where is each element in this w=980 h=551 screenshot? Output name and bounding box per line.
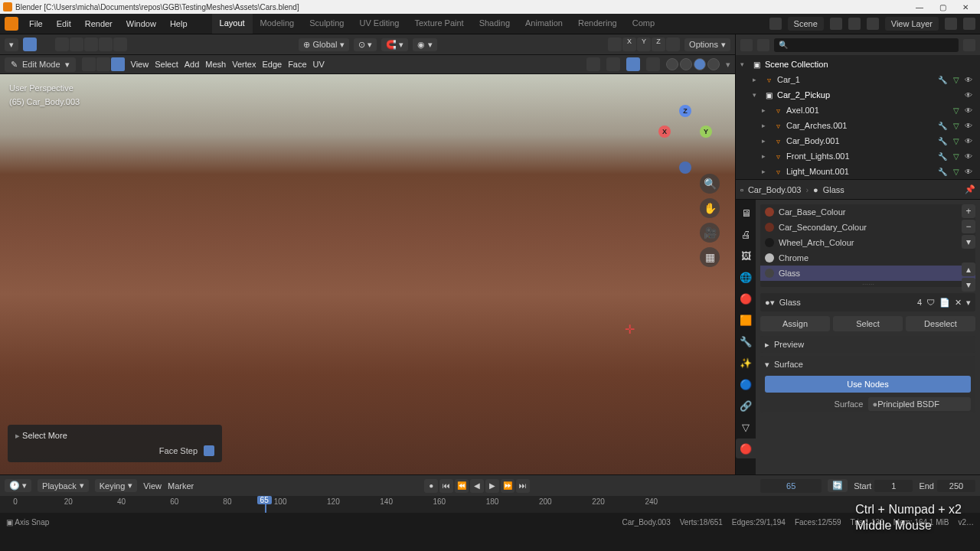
outliner-item[interactable]: ▸▿Axel.001▽👁	[736, 103, 980, 118]
menu-view[interactable]: View	[131, 60, 149, 69]
orientation-dropdown[interactable]: ⊕Global▾	[299, 38, 350, 51]
viewlayer-new-icon[interactable]	[945, 18, 957, 30]
gizmo-toggle-icon[interactable]	[626, 57, 640, 71]
outliner-editor-icon[interactable]	[740, 39, 753, 51]
select-tool-dropdown[interactable]: ▾	[5, 38, 18, 51]
blender-logo-icon[interactable]	[5, 17, 18, 31]
node-editor-icon[interactable]: ▾	[966, 298, 971, 308]
new-material-icon[interactable]: 📄	[939, 298, 950, 308]
material-slot[interactable]: Car_Secondary_Colour	[760, 220, 975, 235]
scene-dropdown[interactable]: Scene	[788, 17, 824, 31]
tab-scene-icon[interactable]: 🌐	[736, 267, 756, 287]
timeline-editor-icon[interactable]: 🕐 ▾	[5, 479, 31, 492]
mesh-options-dropdown[interactable]: Options ▾	[684, 38, 730, 51]
face-step-checkbox[interactable]	[204, 445, 214, 456]
play-reverse-icon[interactable]: ◀	[470, 479, 484, 493]
assign-button[interactable]: Assign	[760, 316, 830, 331]
select-mode-intersect-icon[interactable]	[113, 37, 127, 51]
redo-last-panel[interactable]: ▸ Select More Face Step	[8, 425, 222, 462]
material-slot[interactable]: Glass	[760, 266, 975, 281]
visibility-toggle-icon[interactable]: 👁	[965, 106, 975, 115]
tab-viewlayer-icon[interactable]: 🖼	[736, 246, 756, 266]
select-mode-new-icon[interactable]	[55, 37, 69, 51]
tab-object-icon[interactable]: 🟧	[736, 310, 756, 330]
end-frame-input[interactable]: 250	[937, 480, 975, 492]
tab-sculpting[interactable]: Sculpting	[302, 14, 351, 34]
menu-mesh[interactable]: Mesh	[205, 60, 226, 69]
pan-button-icon[interactable]: ✋	[700, 198, 720, 218]
fake-user-icon[interactable]: 🛡	[926, 298, 935, 307]
menu-vertex[interactable]: Vertex	[232, 60, 256, 69]
face-select-mode[interactable]	[111, 57, 125, 71]
tab-constraints-icon[interactable]: 🔗	[736, 396, 756, 416]
jump-start-icon[interactable]: ⏮	[439, 479, 453, 493]
menu-edit[interactable]: Edit	[51, 16, 77, 31]
scene-new-icon[interactable]	[830, 18, 842, 30]
visibility-toggle-icon[interactable]: 👁	[965, 76, 975, 84]
frame-sync-icon[interactable]: 🔄	[828, 479, 848, 492]
cursor-tool-icon[interactable]	[23, 37, 37, 51]
tab-rendering[interactable]: Rendering	[570, 14, 625, 34]
camera-view-icon[interactable]: 🎥	[700, 223, 720, 243]
maximize-button[interactable]: ▢	[931, 0, 954, 14]
axis-y-icon[interactable]: Y	[700, 126, 712, 138]
scene-browse-icon[interactable]	[769, 18, 782, 30]
outliner-filter-icon[interactable]	[963, 39, 975, 51]
mesh-display-icon[interactable]	[586, 57, 600, 71]
proportional-edit-toggle[interactable]: ◉ ▾	[413, 38, 436, 51]
play-forward-icon[interactable]: ▶	[485, 479, 499, 493]
tab-physics-icon[interactable]: 🔵	[736, 374, 756, 394]
mesh-automerge-icon[interactable]	[608, 37, 622, 51]
surface-shader-dropdown[interactable]: ● Principled BSDF	[868, 397, 972, 411]
visibility-toggle-icon[interactable]: 👁	[965, 152, 975, 161]
3d-viewport[interactable]: User Perspective (65) Car_Body.003 X Y Z…	[0, 74, 735, 474]
visibility-toggle-icon[interactable]: 👁	[965, 137, 975, 145]
jump-prev-key-icon[interactable]: ⏪	[455, 479, 469, 493]
axis-neg-z-icon[interactable]	[679, 161, 691, 174]
material-move-down-button[interactable]: ▾	[962, 278, 975, 292]
menu-face[interactable]: Face	[288, 60, 306, 69]
tab-compositing[interactable]: Comp	[625, 14, 662, 34]
xray-toggle-icon[interactable]	[646, 57, 660, 71]
tab-uv-editing[interactable]: UV Editing	[351, 14, 407, 34]
timeline-view-menu[interactable]: View	[143, 481, 162, 491]
outliner-item[interactable]: ▸▿Car_Body.001🔧▽👁	[736, 133, 980, 148]
material-add-button[interactable]: +	[962, 204, 975, 218]
tab-modifiers-icon[interactable]: 🔧	[736, 331, 756, 351]
tab-animation[interactable]: Animation	[518, 14, 570, 34]
use-nodes-button[interactable]: Use Nodes	[765, 376, 971, 393]
playback-dropdown[interactable]: Playback ▾	[38, 479, 89, 492]
shading-wireframe-icon[interactable]	[666, 58, 678, 70]
viewlayer-dropdown[interactable]: View Layer	[885, 17, 939, 31]
tab-shading[interactable]: Shading	[472, 14, 518, 34]
unlink-material-icon[interactable]: ✕	[955, 298, 962, 308]
material-remove-button[interactable]: −	[962, 220, 975, 233]
material-slot[interactable]: Wheel_Arch_Colour	[760, 235, 975, 250]
timeline-track[interactable]: 65 020406080100120140160180200220240	[0, 496, 980, 513]
outliner-item[interactable]: ▸▿Front_Lights.001🔧▽👁	[736, 148, 980, 164]
outliner-scene-collection[interactable]: ▾▣Scene Collection	[736, 57, 980, 72]
outliner-item[interactable]: ▾▣Car_2_Pickup👁	[736, 87, 980, 103]
outliner-tree[interactable]: ▾▣Scene Collection ▸▿Car_1🔧▽👁▾▣Car_2_Pic…	[736, 55, 980, 179]
menu-edge[interactable]: Edge	[262, 60, 282, 69]
jump-next-key-icon[interactable]: ⏩	[501, 479, 514, 493]
outliner-item[interactable]: ▸▿Car_1🔧▽👁	[736, 72, 980, 87]
select-mode-subtract-icon[interactable]	[84, 37, 98, 51]
viewlayer-browse-icon[interactable]	[867, 18, 879, 30]
material-slot-list[interactable]: Car_Base_ColourCar_Secondary_ColourWheel…	[760, 204, 975, 287]
snap-x-icon[interactable]: X	[622, 37, 636, 51]
scene-delete-icon[interactable]	[848, 18, 861, 30]
snap-z-icon[interactable]: Z	[652, 37, 665, 51]
tab-material-icon[interactable]: 🔴	[736, 439, 756, 458]
material-slot[interactable]: Chrome	[760, 250, 975, 266]
viewlayer-delete-icon[interactable]	[963, 18, 975, 30]
zoom-button-icon[interactable]: 🔍	[700, 174, 720, 194]
tab-output-icon[interactable]: 🖨	[736, 224, 756, 244]
mirror-icon[interactable]	[666, 37, 680, 51]
visibility-toggle-icon[interactable]: 👁	[965, 168, 975, 176]
material-move-up-button[interactable]: ▴	[962, 262, 975, 276]
snap-toggle[interactable]: 🧲 ▾	[381, 38, 408, 51]
autokey-toggle-icon[interactable]: ●	[424, 479, 438, 493]
shading-rendered-icon[interactable]	[707, 58, 720, 70]
tab-render-icon[interactable]: 🖥	[736, 203, 756, 223]
